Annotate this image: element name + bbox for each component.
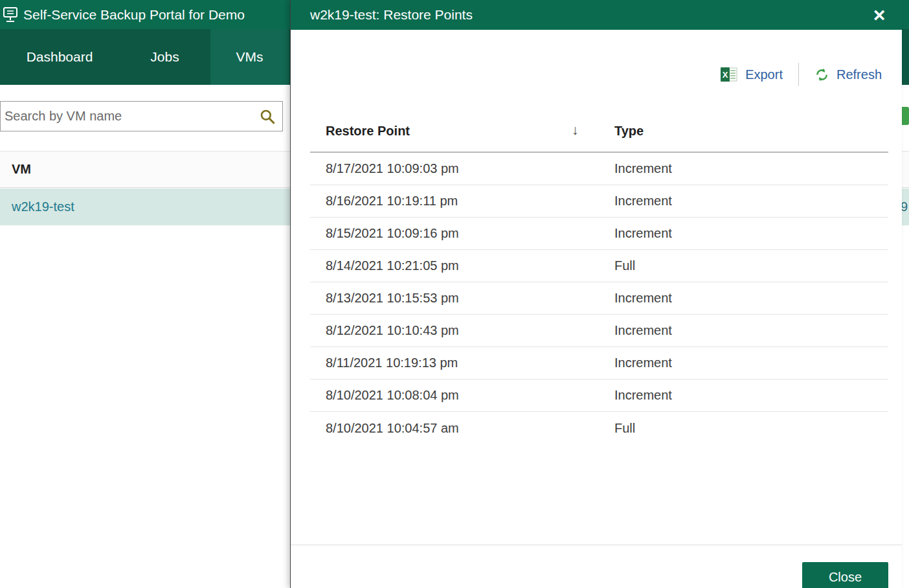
close-button[interactable]: Close — [802, 562, 888, 588]
tab-dashboard[interactable]: Dashboard — [0, 29, 119, 85]
restore-point-cell: 8/17/2021 10:09:03 pm — [310, 161, 614, 176]
dialog-footer: Close — [291, 545, 902, 588]
table-row[interactable]: 8/10/2021 10:08:04 pm Increment — [310, 379, 888, 412]
tab-vms-label: VMs — [236, 49, 264, 65]
export-label: Export — [745, 67, 783, 82]
type-column-label: Type — [614, 124, 644, 138]
restore-point-column-label: Restore Point — [326, 124, 410, 138]
refresh-button[interactable]: Refresh — [814, 67, 882, 82]
type-cell: Full — [614, 421, 888, 436]
type-cell: Increment — [614, 194, 888, 209]
type-cell: Increment — [614, 291, 888, 306]
portal-logo-icon — [3, 5, 18, 25]
table-row[interactable]: 8/11/2021 10:19:13 pm Increment — [310, 347, 888, 379]
restore-point-cell: 8/10/2021 10:08:04 pm — [310, 388, 614, 403]
table-row[interactable]: 8/12/2021 10:10:43 pm Increment — [310, 315, 888, 347]
table-row[interactable]: 8/14/2021 10:21:05 pm Full — [310, 250, 888, 282]
excel-export-icon: X — [721, 67, 738, 82]
dialog-toolbar: X Export Refresh — [721, 60, 882, 89]
tab-jobs[interactable]: Jobs — [119, 29, 210, 85]
sort-descending-icon: ↓ — [572, 122, 579, 138]
table-row[interactable]: 8/16/2021 10:19:11 pm Increment — [310, 185, 888, 218]
app-title: Self-Service Backup Portal for Demo — [23, 7, 245, 23]
restore-point-cell: 8/15/2021 10:09:16 pm — [310, 226, 614, 241]
refresh-label: Refresh — [836, 67, 882, 82]
vm-column-header[interactable]: VM — [12, 162, 31, 176]
vm-name-link: w2k19-test — [0, 199, 74, 214]
restore-point-cell: 8/16/2021 10:19:11 pm — [310, 194, 614, 209]
restore-point-cell: 8/12/2021 10:10:43 pm — [310, 323, 614, 338]
restore-point-cell: 8/13/2021 10:15:53 pm — [310, 291, 614, 306]
tab-vms[interactable]: VMs — [210, 29, 289, 85]
close-icon[interactable]: × — [870, 5, 889, 25]
restore-points-table-body: 8/17/2021 10:09:03 pm Increment 8/16/202… — [310, 153, 888, 444]
refresh-icon — [814, 67, 829, 82]
svg-text:X: X — [723, 70, 728, 80]
column-header-type[interactable]: Type — [614, 124, 888, 139]
type-cell: Full — [614, 258, 888, 273]
tab-dashboard-label: Dashboard — [27, 49, 93, 65]
vm-search-box — [0, 101, 283, 131]
restore-point-cell: 8/11/2021 10:19:13 pm — [310, 356, 614, 370]
search-icon[interactable] — [259, 108, 276, 125]
toolbar-divider — [798, 63, 799, 86]
type-cell: Increment — [614, 356, 888, 370]
table-row[interactable]: 8/13/2021 10:15:53 pm Increment — [310, 282, 888, 315]
search-input[interactable] — [1, 102, 282, 131]
table-row[interactable]: 8/10/2021 10:04:57 am Full — [310, 412, 888, 444]
column-header-restore-point[interactable]: Restore Point ↓ — [310, 124, 614, 139]
type-cell: Increment — [614, 161, 888, 176]
tab-jobs-label: Jobs — [150, 49, 179, 65]
restore-points-table-header: Restore Point ↓ Type — [310, 110, 888, 153]
restore-points-table: Restore Point ↓ Type 8/17/2021 10:09:03 … — [310, 110, 888, 444]
dialog-title: w2k19-test: Restore Points — [310, 7, 473, 23]
restore-points-dialog: w2k19-test: Restore Points × X Export — [290, 0, 902, 588]
table-row[interactable]: 8/15/2021 10:09:16 pm Increment — [310, 218, 888, 250]
restore-point-cell: 8/14/2021 10:21:05 pm — [310, 258, 614, 273]
dialog-header: w2k19-test: Restore Points × — [291, 0, 902, 30]
restore-point-cell: 8/10/2021 10:04:57 am — [310, 421, 614, 436]
type-cell: Increment — [614, 323, 888, 338]
type-cell: Increment — [614, 388, 888, 403]
table-row[interactable]: 8/17/2021 10:09:03 pm Increment — [310, 153, 888, 185]
type-cell: Increment — [614, 226, 888, 241]
export-button[interactable]: X Export — [721, 67, 783, 82]
